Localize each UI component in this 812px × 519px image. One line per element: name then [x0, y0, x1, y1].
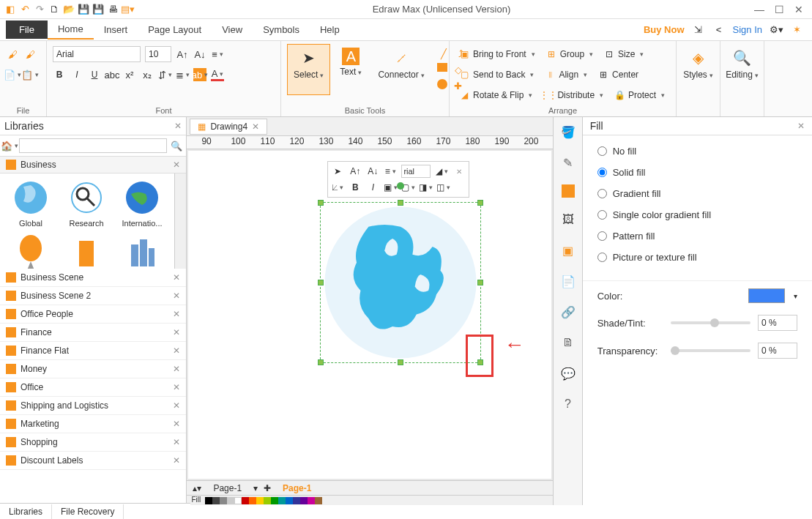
category-item[interactable]: Discount Labels✕: [0, 452, 186, 470]
layer-panel-icon[interactable]: ▣: [559, 242, 577, 259]
bring-to-front-button[interactable]: ▣Bring to Front: [455, 47, 538, 61]
shape-panel-icon[interactable]: [562, 184, 575, 198]
color-swatch[interactable]: [293, 497, 300, 504]
line-tool-icon[interactable]: ╱: [437, 47, 450, 60]
image-panel-icon[interactable]: 🖼: [559, 211, 577, 228]
color-swatch[interactable]: [205, 497, 212, 504]
rect-tool-icon[interactable]: [437, 63, 447, 72]
format-painter-icon[interactable]: 🖌: [6, 48, 19, 61]
category-item[interactable]: Marketing✕: [0, 415, 186, 433]
align-text-icon[interactable]: ≡: [211, 48, 224, 61]
category-item[interactable]: Shopping✕: [0, 433, 186, 452]
bold-icon[interactable]: B: [349, 181, 362, 194]
save-icon[interactable]: 💾: [78, 4, 89, 15]
category-close-icon[interactable]: ✕: [173, 160, 180, 170]
category-item[interactable]: Business Scene✕: [0, 269, 186, 287]
resize-handle-tr[interactable]: [477, 200, 483, 206]
gear-icon[interactable]: ⚙▾: [770, 23, 783, 37]
circle-tool-icon[interactable]: [437, 79, 447, 89]
paste-icon[interactable]: 📋: [23, 68, 37, 81]
font-family-select[interactable]: [53, 46, 141, 62]
file-menu[interactable]: File: [6, 20, 48, 39]
eraser-icon[interactable]: ◢: [435, 165, 448, 178]
resize-handle-mr[interactable]: [477, 280, 483, 285]
align-items-button[interactable]: ⫴Align: [541, 67, 590, 82]
connector-icon[interactable]: ⟀: [331, 181, 344, 194]
line-spacing-icon[interactable]: ⇵: [158, 68, 171, 81]
hyperlink-panel-icon[interactable]: 🔗: [559, 303, 577, 321]
fill-option-none[interactable]: No fill: [597, 146, 797, 157]
color-swatch[interactable]: [264, 497, 271, 504]
color-swatch[interactable]: [227, 497, 234, 504]
shape-research[interactable]: Research: [62, 179, 111, 228]
highlight-icon[interactable]: ab: [193, 68, 206, 81]
note-panel-icon[interactable]: 🗎: [559, 334, 577, 351]
color-swatch[interactable]: [220, 497, 227, 504]
resize-handle-tl[interactable]: [318, 200, 324, 206]
category-item[interactable]: Finance Flat✕: [0, 342, 186, 360]
text-tool[interactable]: AText: [333, 44, 368, 95]
close-button[interactable]: ✕: [794, 4, 803, 15]
open-icon[interactable]: 📂: [63, 4, 75, 15]
font-size-select[interactable]: [145, 46, 171, 62]
copy-icon[interactable]: 📄: [6, 68, 19, 81]
color-swatch[interactable]: [256, 497, 264, 504]
shape-international[interactable]: Internatio...: [117, 179, 167, 228]
color-swatch[interactable]: [271, 497, 278, 504]
shapes-scrollbar[interactable]: [174, 173, 186, 269]
styles-button[interactable]: ◈Styles: [682, 44, 714, 83]
color-swatch[interactable]: [286, 497, 293, 504]
category-item[interactable]: Money✕: [0, 360, 186, 378]
italic-button[interactable]: I: [70, 68, 83, 81]
category-item[interactable]: Office✕: [0, 378, 186, 397]
library-category-business[interactable]: Business ✕: [0, 157, 186, 173]
font-decrease-icon[interactable]: A↓: [366, 165, 379, 178]
resize-handle-tm[interactable]: [398, 200, 403, 206]
editing-button[interactable]: 🔍Editing: [726, 44, 758, 83]
strikethrough-button[interactable]: abc: [105, 68, 119, 81]
new-icon[interactable]: 🗋: [48, 4, 60, 15]
center-button[interactable]: ⊞Center: [595, 67, 641, 82]
line-panel-icon[interactable]: ✎: [559, 154, 577, 171]
increase-font-icon[interactable]: A↑: [176, 48, 189, 61]
tab-help[interactable]: Help: [310, 20, 350, 39]
color-swatch[interactable]: [300, 497, 308, 504]
category-item[interactable]: Business Scene 2✕: [0, 287, 186, 305]
bold-button[interactable]: B: [53, 68, 66, 81]
font-increase-icon[interactable]: A↑: [349, 165, 362, 178]
tab-view[interactable]: View: [212, 20, 253, 39]
font-color-icon[interactable]: A: [211, 68, 224, 81]
libraries-close-icon[interactable]: ✕: [174, 121, 182, 131]
tab-page-layout[interactable]: Page Layout: [138, 20, 212, 39]
protect-button[interactable]: 🔒Protect: [611, 88, 668, 102]
resize-handle-bl[interactable]: [318, 359, 324, 365]
page-tab-active[interactable]: Page-1: [277, 483, 317, 493]
color-swatch[interactable]: [278, 497, 286, 504]
fill-panel-close-icon[interactable]: ✕: [797, 121, 805, 131]
bottom-tab-file-recovery[interactable]: File Recovery: [52, 504, 124, 519]
superscript-button[interactable]: x²: [123, 68, 136, 81]
tab-insert[interactable]: Insert: [94, 20, 138, 39]
brush-icon[interactable]: 🖌: [23, 48, 37, 61]
category-item[interactable]: Office People✕: [0, 305, 186, 324]
fill-option-gradient[interactable]: Gradient fill: [597, 188, 797, 199]
color-picker[interactable]: [748, 288, 785, 303]
save-as-icon[interactable]: 💾: [92, 4, 104, 15]
resize-handle-bm[interactable]: [398, 359, 403, 365]
connector-tool[interactable]: ⟋Connector: [371, 44, 431, 95]
color-swatch[interactable]: [234, 497, 242, 504]
doc-tab-close-icon[interactable]: ✕: [252, 122, 259, 132]
size-button[interactable]: ⊡Size: [600, 47, 647, 61]
minimize-button[interactable]: —: [754, 4, 764, 15]
maximize-button[interactable]: ☐: [775, 4, 784, 15]
library-home-icon[interactable]: 🏠: [3, 139, 16, 152]
search-icon[interactable]: 🔍: [170, 139, 183, 152]
undo-icon[interactable]: ↶: [19, 4, 31, 15]
shape-building2[interactable]: [117, 234, 167, 269]
close-toolbar-icon[interactable]: ✕: [452, 165, 466, 178]
drawing-canvas[interactable]: ➤ A↑ A↓ ≡ ◢ ✕ ⟀ B I ▣ ▢ ◨ ◫: [188, 151, 551, 479]
selected-shape[interactable]: ←: [320, 202, 481, 363]
tab-symbols[interactable]: Symbols: [253, 20, 310, 39]
rotate-flip-button[interactable]: ◢Rotate & Flip: [455, 88, 535, 102]
add-page-icon[interactable]: ✚: [264, 483, 271, 493]
